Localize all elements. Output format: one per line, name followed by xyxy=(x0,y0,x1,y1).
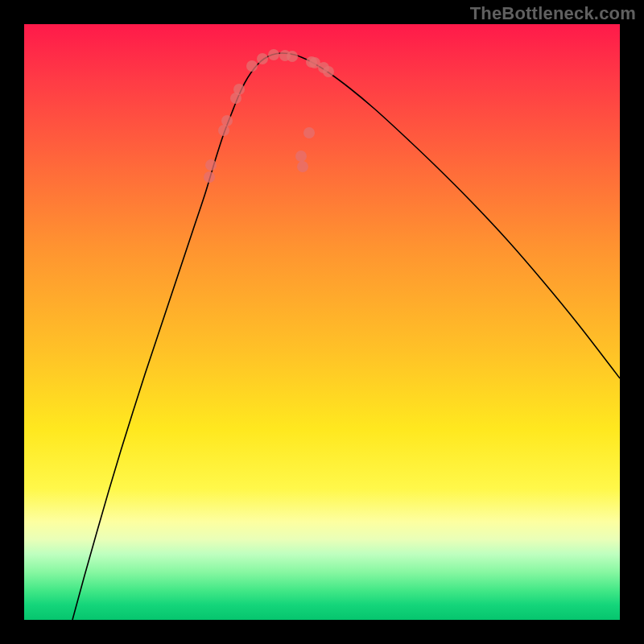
marker-point xyxy=(246,60,258,72)
marker-point xyxy=(218,125,229,136)
chart-overlay xyxy=(24,24,620,620)
marker-point xyxy=(205,159,217,171)
marker-point xyxy=(268,49,279,60)
marker-point xyxy=(323,66,334,77)
marker-point xyxy=(295,151,307,162)
marker-point xyxy=(233,84,245,95)
marker-point xyxy=(204,171,215,183)
marker-point xyxy=(257,53,268,64)
marker-point xyxy=(303,127,315,138)
marker-point xyxy=(221,115,233,126)
plot-area xyxy=(24,24,620,620)
marker-point xyxy=(287,51,298,62)
highlight-markers xyxy=(204,49,334,183)
bottleneck-curve xyxy=(72,53,620,620)
chart-frame: TheBottleneck.com xyxy=(0,0,644,644)
watermark-text: TheBottleneck.com xyxy=(470,3,636,24)
marker-point xyxy=(297,161,308,172)
